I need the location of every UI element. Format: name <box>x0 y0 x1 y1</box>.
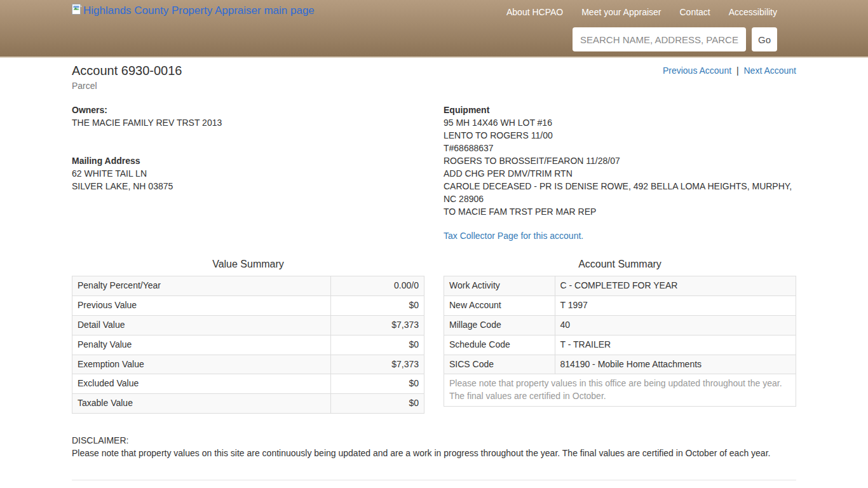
mailing-address-line: SILVER LAKE, NH 03875 <box>72 180 434 193</box>
table-row: SICS Code 814190 - Mobile Home Attachmen… <box>444 355 796 374</box>
broken-image-icon <box>72 4 82 15</box>
previous-account-link[interactable]: Previous Account <box>663 65 731 76</box>
search-go-button[interactable]: Go <box>752 27 777 51</box>
home-link[interactable]: Highlands County Property Appraiser main… <box>72 4 315 17</box>
row-label: New Account <box>444 295 555 315</box>
disclaimer-heading: DISCLAIMER: <box>72 434 796 447</box>
mailing-address-heading: Mailing Address <box>72 154 434 167</box>
table-row: Detail Value $7,373 <box>72 315 424 335</box>
brand-label: Highlands County Property Appraiser main… <box>83 4 315 17</box>
row-label: Previous Value <box>72 295 331 315</box>
row-label: Penalty Value <box>72 335 331 355</box>
row-label: SICS Code <box>444 355 555 374</box>
search-input[interactable] <box>573 27 746 51</box>
pager-separator: | <box>736 65 739 76</box>
site-header: Highlands County Property Appraiser main… <box>0 0 868 58</box>
table-row: Schedule Code T - TRAILER <box>444 335 796 355</box>
row-label: Taxable Value <box>72 394 331 414</box>
disclaimer-text: Please note that property values on this… <box>72 447 796 459</box>
row-value: $0 <box>331 394 424 414</box>
account-summary-note: Please note that property values in this… <box>444 374 796 407</box>
nav-accessibility[interactable]: Accessibility <box>729 7 777 17</box>
table-row: Millage Code 40 <box>444 315 796 335</box>
equipment-line: 95 MH 14X46 WH LOT #16 <box>444 116 796 129</box>
row-value: 814190 - Mobile Home Attachments <box>555 355 796 374</box>
tax-collector-link[interactable]: Tax Collector Page for this account. <box>444 231 583 241</box>
disclaimer-block: DISCLAIMER: Please note that property va… <box>72 434 796 459</box>
equipment-heading: Equipment <box>444 104 796 116</box>
table-row: Previous Value $0 <box>72 295 424 315</box>
owners-heading: Owners: <box>72 104 434 116</box>
row-value: 40 <box>555 315 796 335</box>
account-summary-section: Account Summary Work Activity C - COMPLE… <box>444 259 796 414</box>
table-row: Exemption Value $7,373 <box>72 355 424 374</box>
row-value: $0 <box>331 335 424 355</box>
table-row: New Account T 1997 <box>444 295 796 315</box>
row-value: 0.00/0 <box>331 276 424 296</box>
row-label: Work Activity <box>444 276 555 296</box>
row-value: $7,373 <box>331 315 424 335</box>
row-value: T 1997 <box>555 295 796 315</box>
owners-block: Owners: THE MACIE FAMILY REV TRST 2013 <box>72 104 434 129</box>
account-summary-table: Work Activity C - COMPLETED FOR YEAR New… <box>444 276 796 407</box>
account-summary-note-row: Please note that property values in this… <box>444 374 796 407</box>
row-label: Exemption Value <box>72 355 331 374</box>
row-value: $7,373 <box>331 355 424 374</box>
row-label: Excluded Value <box>72 374 331 394</box>
table-row: Penalty Value $0 <box>72 335 424 355</box>
equipment-line: ROGERS TO BROSSEIT/FEARON 11/28/07 <box>444 154 796 167</box>
footer-divider <box>72 480 796 480</box>
row-value: $0 <box>331 374 424 394</box>
owner-column: Owners: THE MACIE FAMILY REV TRST 2013 M… <box>72 104 434 241</box>
row-value: C - COMPLETED FOR YEAR <box>555 276 796 296</box>
table-row: Taxable Value $0 <box>72 394 424 414</box>
row-value: T - TRAILER <box>555 335 796 355</box>
table-row: Work Activity C - COMPLETED FOR YEAR <box>444 276 796 296</box>
nav-contact[interactable]: Contact <box>680 7 710 17</box>
row-label: Millage Code <box>444 315 555 335</box>
nav-about-hcpao[interactable]: About HCPAO <box>506 7 563 17</box>
equipment-line: LENTO TO ROGERS 11/00 <box>444 129 796 142</box>
mailing-address-line: 62 WHITE TAIL LN <box>72 167 434 180</box>
value-summary-title: Value Summary <box>72 259 424 270</box>
nav-meet-your-appraiser[interactable]: Meet your Appraiser <box>581 7 661 17</box>
account-pager: Previous Account | Next Account <box>663 63 796 76</box>
page-subtitle: Parcel <box>72 81 182 91</box>
table-row: Penalty Percent/Year 0.00/0 <box>72 276 424 296</box>
equipment-column: Equipment 95 MH 14X46 WH LOT #16 LENTO T… <box>434 104 796 241</box>
mailing-address-block: Mailing Address 62 WHITE TAIL LN SILVER … <box>72 154 434 193</box>
row-label: Detail Value <box>72 315 331 335</box>
row-label: Penalty Percent/Year <box>72 276 331 296</box>
search-bar: Go <box>573 27 777 51</box>
main-content: Account 6930-0016 Parcel Previous Accoun… <box>72 63 796 488</box>
top-nav: About HCPAO Meet your Appraiser Contact … <box>506 7 777 17</box>
equipment-line: TO MACIE FAM TRST PER MAR REP <box>444 205 796 218</box>
page-title: Account 6930-0016 <box>72 63 182 78</box>
next-account-link[interactable]: Next Account <box>744 65 797 76</box>
value-summary-section: Value Summary Penalty Percent/Year 0.00/… <box>72 259 424 414</box>
equipment-line: T#68688637 <box>444 142 796 154</box>
table-row: Excluded Value $0 <box>72 374 424 394</box>
value-summary-table: Penalty Percent/Year 0.00/0 Previous Val… <box>72 276 424 414</box>
row-label: Schedule Code <box>444 335 555 355</box>
equipment-line: ADD CHG PER DMV/TRIM RTN <box>444 167 796 180</box>
owner-name: THE MACIE FAMILY REV TRST 2013 <box>72 116 434 129</box>
account-summary-title: Account Summary <box>444 259 796 270</box>
equipment-line: CAROLE DECEASED - PR IS DENISE ROWE, 492… <box>444 180 796 205</box>
row-value: $0 <box>331 295 424 315</box>
